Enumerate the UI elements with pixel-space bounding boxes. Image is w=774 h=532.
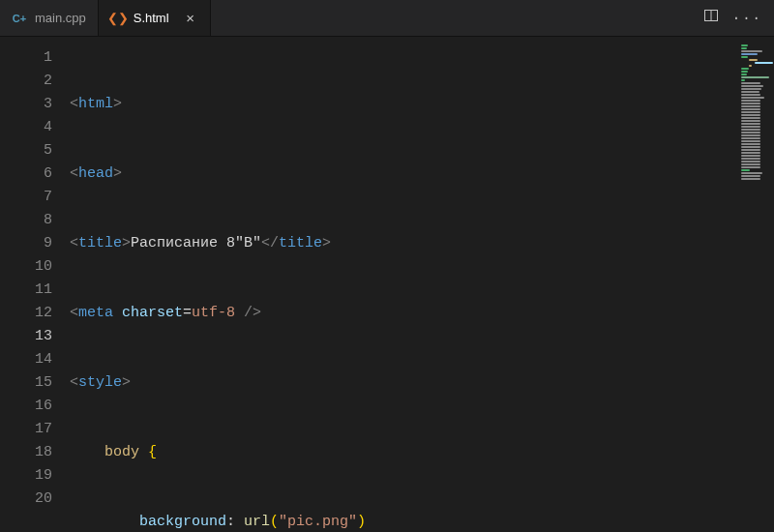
code-line: background: url("pic.png") bbox=[70, 511, 774, 532]
close-icon[interactable]: × bbox=[183, 10, 198, 26]
line-number: 20 bbox=[0, 488, 52, 511]
tab-label: main.cpp bbox=[35, 11, 86, 25]
tab-label: S.html bbox=[134, 11, 169, 25]
line-number: 17 bbox=[0, 418, 52, 441]
minimap[interactable] bbox=[737, 37, 774, 532]
cpp-file-icon: C+ bbox=[12, 11, 27, 26]
line-number: 14 bbox=[0, 348, 52, 371]
html-file-icon: ❮❯ bbox=[110, 11, 126, 26]
editor-area: 1 2 3 4 5 6 7 8 9 10 11 12 13 14 15 16 1… bbox=[0, 37, 774, 532]
code-content[interactable]: <html> <head> <title>Расписание 8"В"</ti… bbox=[70, 37, 774, 532]
line-number: 15 bbox=[0, 371, 52, 395]
line-number: 3 bbox=[0, 93, 52, 116]
line-number: 7 bbox=[0, 186, 52, 209]
line-number: 5 bbox=[0, 139, 52, 163]
editor-title-actions: ··· bbox=[692, 0, 774, 36]
line-number-gutter: 1 2 3 4 5 6 7 8 9 10 11 12 13 14 15 16 1… bbox=[0, 37, 70, 532]
tab-main-cpp[interactable]: C+ main.cpp bbox=[0, 0, 99, 36]
line-number: 18 bbox=[0, 441, 52, 464]
line-number: 11 bbox=[0, 279, 52, 302]
line-number: 19 bbox=[0, 464, 52, 488]
line-number: 1 bbox=[0, 46, 52, 70]
code-line: <html> bbox=[70, 93, 774, 116]
line-number: 2 bbox=[0, 70, 52, 93]
split-editor-icon[interactable] bbox=[703, 8, 719, 28]
line-number: 16 bbox=[0, 395, 52, 418]
line-number: 4 bbox=[0, 116, 52, 139]
line-number: 12 bbox=[0, 302, 52, 325]
line-number: 13 bbox=[0, 325, 52, 348]
code-line: <style> bbox=[70, 371, 774, 395]
code-line: <meta charset=utf-8 /> bbox=[70, 302, 774, 325]
code-line: body { bbox=[70, 441, 774, 464]
tab-bar-spacer bbox=[211, 0, 692, 36]
more-actions-icon[interactable]: ··· bbox=[732, 11, 762, 26]
line-number: 10 bbox=[0, 255, 52, 279]
tab-bar: C+ main.cpp ❮❯ S.html × ··· bbox=[0, 0, 774, 37]
line-number: 9 bbox=[0, 232, 52, 255]
line-number: 8 bbox=[0, 209, 52, 232]
line-number: 6 bbox=[0, 163, 52, 186]
code-line: <head> bbox=[70, 163, 774, 186]
tab-s-html[interactable]: ❮❯ S.html × bbox=[99, 0, 211, 36]
code-line: <title>Расписание 8"В"</title> bbox=[70, 232, 774, 255]
